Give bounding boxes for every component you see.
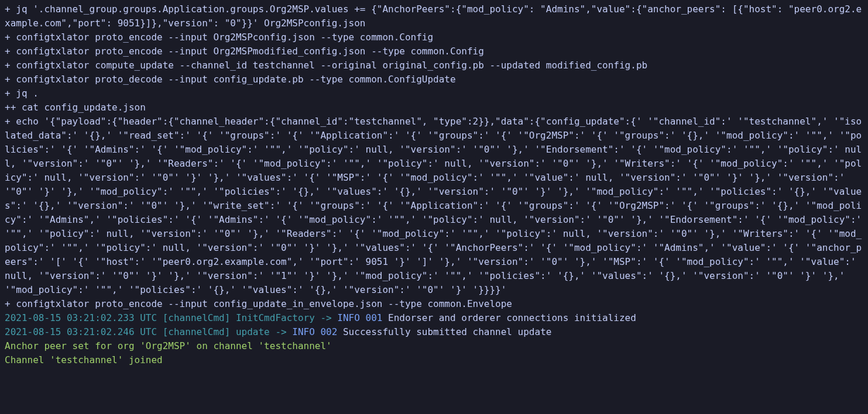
terminal-output[interactable]: + jq '.channel_group.groups.Application.…: [0, 0, 868, 370]
terminal-line: Channel 'testchannel' joined: [5, 353, 863, 367]
terminal-segment: + jq '.channel_group.groups.Application.…: [5, 4, 862, 29]
terminal-line: + configtxlator proto_decode --input con…: [5, 73, 863, 87]
terminal-segment: Channel 'testchannel' joined: [5, 354, 163, 365]
terminal-segment: Successfully submitted channel update: [337, 326, 551, 337]
terminal-segment: + jq .: [5, 88, 39, 99]
terminal-segment: 2021-08-15 03:21:02.233 UTC [channelCmd]…: [5, 312, 337, 323]
terminal-line: ++ cat config_update.json: [5, 101, 863, 115]
terminal-segment: + configtxlator proto_encode --input con…: [5, 298, 512, 309]
terminal-segment: ++ cat config_update.json: [5, 102, 146, 113]
terminal-line: + configtxlator proto_encode --input Org…: [5, 44, 863, 58]
terminal-line: + jq '.channel_group.groups.Application.…: [5, 2, 863, 30]
terminal-segment: + configtxlator proto_decode --input con…: [5, 74, 456, 85]
terminal-segment: + configtxlator proto_encode --input Org…: [5, 32, 433, 43]
terminal-segment: 2021-08-15 03:21:02.246 UTC [channelCmd]…: [5, 326, 292, 337]
terminal-segment: + configtxlator proto_encode --input Org…: [5, 46, 484, 57]
terminal-line: Anchor peer set for org 'Org2MSP' on cha…: [5, 339, 863, 353]
terminal-line: 2021-08-15 03:21:02.233 UTC [channelCmd]…: [5, 311, 863, 325]
terminal-line: + configtxlator compute_update --channel…: [5, 58, 863, 73]
terminal-line: 2021-08-15 03:21:02.246 UTC [channelCmd]…: [5, 325, 863, 339]
terminal-segment: INFO 002: [292, 326, 337, 337]
terminal-segment: + configtxlator compute_update --channel…: [5, 60, 647, 71]
terminal-segment: INFO 001: [337, 312, 382, 323]
terminal-segment: Anchor peer set for org 'Org2MSP' on cha…: [5, 340, 332, 351]
terminal-segment: Endorser and orderer connections initial…: [382, 312, 636, 323]
terminal-line: + configtxlator proto_encode --input Org…: [5, 30, 863, 44]
terminal-line: + echo '{"payload":{"header":{"channel_h…: [5, 115, 863, 297]
terminal-line: + jq .: [5, 87, 863, 101]
terminal-segment: + echo '{"payload":{"header":{"channel_h…: [5, 116, 867, 295]
terminal-line: + configtxlator proto_encode --input con…: [5, 297, 863, 311]
